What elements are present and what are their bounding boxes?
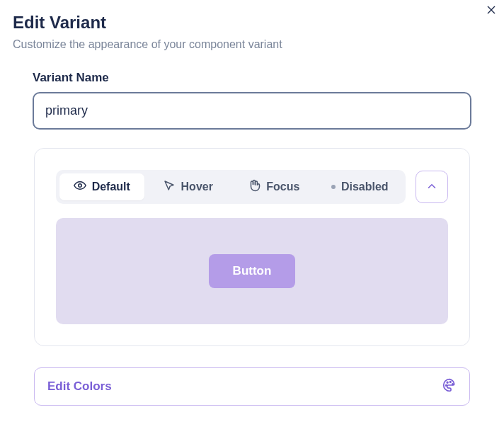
edit-variant-modal: Edit Variant Customize the appearance of… <box>0 0 504 418</box>
svg-point-5 <box>447 382 448 383</box>
edit-colors-button[interactable]: Edit Colors <box>34 367 470 406</box>
tab-hover[interactable]: Hover <box>146 173 231 200</box>
variant-name-label: Variant Name <box>33 71 471 85</box>
tab-focus[interactable]: Focus <box>231 173 316 200</box>
svg-point-2 <box>78 184 81 188</box>
eye-icon <box>74 179 86 195</box>
modal-subtitle: Customize the appearance of your compone… <box>13 38 491 51</box>
tab-label: Focus <box>266 181 299 193</box>
palette-icon <box>442 378 457 395</box>
preview-stage: Button <box>56 218 448 324</box>
close-button[interactable] <box>483 3 500 20</box>
dot-icon <box>331 185 336 189</box>
modal-title: Edit Variant <box>13 13 491 33</box>
cursor-icon <box>163 179 176 195</box>
tab-label: Hover <box>181 181 213 193</box>
preview-card: Default Hover Focus Disabled <box>34 148 470 346</box>
variant-name-input[interactable] <box>33 92 471 130</box>
chevron-up-icon <box>425 180 438 195</box>
sample-button: Button <box>209 254 296 288</box>
tab-label: Disabled <box>341 181 389 193</box>
edit-colors-label: Edit Colors <box>47 379 112 394</box>
hand-icon <box>248 179 260 195</box>
collapse-button[interactable] <box>416 171 448 203</box>
tab-disabled[interactable]: Disabled <box>318 173 403 200</box>
close-icon <box>486 4 497 18</box>
variant-name-field: Variant Name <box>13 71 491 130</box>
preview-header: Default Hover Focus Disabled <box>56 170 448 204</box>
svg-point-3 <box>449 382 451 383</box>
state-tabs: Default Hover Focus Disabled <box>56 170 406 204</box>
tab-default[interactable]: Default <box>59 173 144 200</box>
tab-label: Default <box>92 181 130 193</box>
